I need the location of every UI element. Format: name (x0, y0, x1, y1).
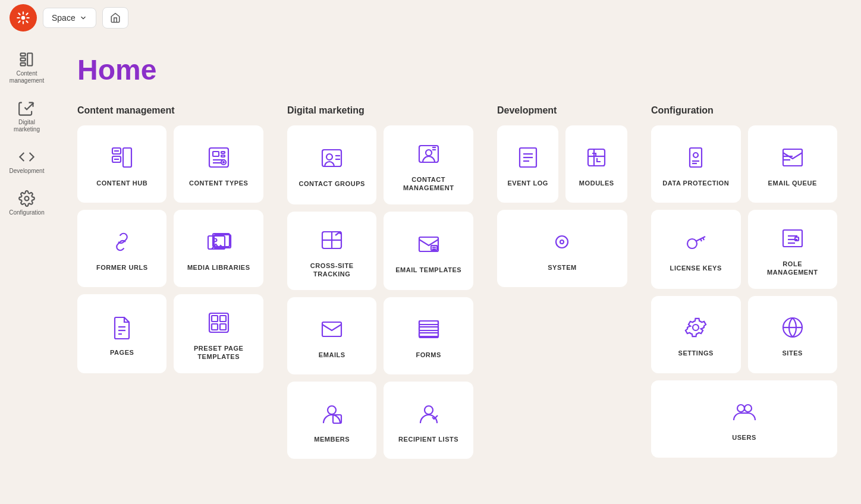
home-button[interactable] (102, 7, 128, 29)
sidebar-item-configuration[interactable]: Configuration (3, 184, 51, 222)
card-modules[interactable]: MODULES (565, 125, 627, 203)
card-pages[interactable]: PAGES (77, 294, 166, 373)
card-email-queue[interactable]: EMAIL QUEUE (748, 125, 837, 203)
svg-rect-29 (220, 324, 226, 330)
svg-line-70 (700, 239, 702, 241)
role-management-icon (778, 224, 807, 253)
card-label: SITES (782, 349, 803, 357)
svg-rect-4 (27, 53, 32, 66)
card-members[interactable]: MEMBERS (287, 382, 376, 459)
card-label: PRESET PAGE TEMPLATES (183, 344, 253, 361)
section-content-management: Content management CONTENT HUB (77, 105, 263, 373)
card-system[interactable]: SYSTEM (497, 210, 627, 287)
svg-line-69 (703, 238, 704, 240)
recipient-lists-icon (414, 399, 443, 428)
svg-point-58 (556, 236, 568, 248)
card-content-types[interactable]: CONTENT TYPES (174, 125, 263, 203)
card-role-management[interactable]: ROLE MANAGEMENT (748, 210, 837, 289)
svg-point-5 (25, 197, 29, 201)
emails-icon (318, 315, 346, 344)
card-label: SETTINGS (678, 349, 714, 357)
card-media-libraries[interactable]: MEDIA LIBRARIES (174, 210, 263, 287)
svg-point-52 (425, 406, 433, 414)
svg-point-35 (426, 150, 432, 156)
system-icon (548, 228, 576, 256)
card-label: USERS (732, 433, 756, 442)
card-users[interactable]: USERS (651, 380, 837, 458)
svg-rect-14 (221, 155, 225, 157)
cross-site-tracking-icon (318, 226, 346, 254)
card-cross-site-tracking[interactable]: CROSS-SITE TRACKING (287, 212, 376, 291)
card-label: MEMBERS (314, 435, 350, 443)
sidebar-item-label: Configuration (9, 209, 44, 216)
card-label: CONTENT HUB (96, 179, 147, 187)
contact-management-icon (414, 140, 443, 168)
settings-icon (681, 313, 710, 342)
grid-configuration: DATA PROTECTION EMAIL QUEUE (651, 125, 837, 458)
svg-rect-71 (783, 230, 802, 247)
card-label: FORMS (416, 351, 441, 359)
svg-point-59 (560, 240, 564, 244)
sidebar-item-label: Digital marketing (8, 119, 46, 133)
section-title-configuration: Configuration (651, 105, 837, 116)
svg-rect-27 (220, 316, 226, 322)
card-label: DATA PROTECTION (662, 179, 729, 187)
card-preset-page-templates[interactable]: PRESET PAGE TEMPLATES (174, 294, 263, 373)
card-label: MODULES (579, 179, 614, 187)
logo-button[interactable] (10, 4, 37, 32)
sidebar-item-digital-marketing[interactable]: Digital marketing (3, 94, 51, 139)
section-title-development: Development (497, 105, 627, 116)
card-label: CROSS-SITE TRACKING (297, 262, 367, 279)
card-label: FORMER URLS (96, 263, 148, 272)
grid-development: EVENT LOG MODULES (497, 125, 627, 287)
card-license-keys[interactable]: LICENSE KEYS (651, 210, 740, 289)
modules-icon (582, 143, 611, 172)
card-label: EMAIL TEMPLATES (395, 266, 461, 274)
card-label: PAGES (110, 348, 134, 357)
svg-rect-13 (221, 152, 225, 153)
sidebar-item-development[interactable]: Development (3, 143, 51, 181)
card-label: EMAILS (319, 351, 345, 359)
card-contact-groups[interactable]: CONTACT GROUPS (287, 125, 376, 204)
section-digital-marketing: Digital marketing CONTACT GROUPS (287, 105, 473, 459)
card-label: EVENT LOG (507, 179, 548, 187)
card-content-hub[interactable]: CONTENT HUB (77, 125, 166, 203)
page-title: Home (77, 53, 837, 86)
card-settings[interactable]: SETTINGS (651, 296, 740, 373)
forms-icon (414, 315, 443, 344)
card-recipient-lists[interactable]: RECIPIENT LISTS (384, 382, 473, 459)
section-development: Development EVENT LOG (497, 105, 627, 287)
card-forms[interactable]: FORMS (384, 297, 473, 374)
section-title-digital-marketing: Digital marketing (287, 105, 473, 116)
card-data-protection[interactable]: DATA PROTECTION (651, 125, 740, 203)
card-contact-management[interactable]: CONTACT MANAGEMENT (384, 125, 473, 204)
card-sites[interactable]: SITES (748, 296, 837, 373)
svg-point-50 (328, 406, 336, 414)
sidebar-item-content-management[interactable]: Content management (3, 45, 51, 90)
svg-rect-47 (419, 321, 438, 338)
card-label: ROLE MANAGEMENT (758, 260, 828, 277)
data-protection-icon (681, 143, 710, 172)
space-button[interactable]: Space (43, 8, 96, 28)
email-templates-icon (414, 230, 443, 259)
card-label: MEDIA LIBRARIES (187, 263, 250, 272)
grid-content-management: CONTENT HUB (77, 125, 263, 373)
svg-rect-1 (21, 53, 26, 56)
sidebar-item-label: Content management (8, 70, 46, 84)
card-label: RECIPIENT LISTS (398, 435, 458, 443)
svg-rect-12 (213, 152, 219, 156)
card-email-templates[interactable]: EMAIL TEMPLATES (384, 212, 473, 291)
svg-point-79 (744, 405, 752, 412)
license-keys-icon (681, 228, 710, 257)
svg-point-67 (687, 239, 697, 248)
card-label: CONTACT MANAGEMENT (393, 175, 463, 193)
svg-point-78 (737, 405, 744, 412)
card-former-urls[interactable]: FORMER URLS (77, 210, 166, 287)
content-hub-icon (108, 143, 136, 172)
svg-point-31 (326, 154, 332, 160)
topbar: Space (0, 0, 861, 36)
svg-point-76 (693, 325, 699, 330)
card-emails[interactable]: EMAILS (287, 297, 376, 374)
card-event-log[interactable]: EVENT LOG (497, 125, 559, 203)
grid-digital-marketing: CONTACT GROUPS CONTACT MANAGEMENT (287, 125, 473, 459)
